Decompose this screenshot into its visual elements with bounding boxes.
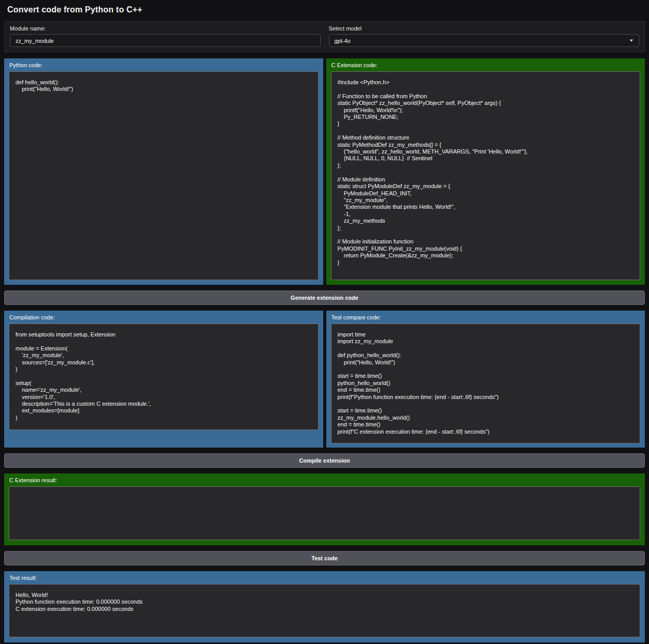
compile-test-row: Compilation code: from setuptools import… xyxy=(4,311,645,448)
model-select-value: gpt-4o xyxy=(335,38,351,44)
test-compare-code-panel: Test compare code: import time import zz… xyxy=(326,311,645,448)
c-extension-code-textarea[interactable]: #include <Python.h> // Function to be ca… xyxy=(331,71,641,280)
c-extension-result-label: C Extension result: xyxy=(9,477,640,483)
code-row: Python code: def hello_world(): print("H… xyxy=(4,58,645,285)
test-code-button[interactable]: Test code xyxy=(4,551,645,565)
module-name-label: Module name: xyxy=(10,25,321,32)
python-code-label: Python code: xyxy=(9,62,319,68)
config-row: Module name: Select model gpt-4o ▼ xyxy=(4,21,645,52)
c-extension-result-panel: C Extension result: xyxy=(4,473,645,545)
generate-extension-code-button[interactable]: Generate extension code xyxy=(4,290,645,305)
compile-extension-button[interactable]: Compile extension xyxy=(4,453,645,468)
test-result-label: Test result: xyxy=(9,575,640,581)
c-extension-code-panel: C Extension code: #include <Python.h> //… xyxy=(326,58,645,285)
test-result-textarea[interactable]: Hello, World! Python function execution … xyxy=(9,584,640,637)
chevron-down-icon: ▼ xyxy=(629,38,634,43)
app-root: Convert code from Python to C++ Module n… xyxy=(0,0,649,644)
model-select-label: Select model xyxy=(329,25,640,32)
compilation-code-textarea[interactable]: from setuptools import setup, Extension … xyxy=(9,324,319,430)
compilation-code-panel: Compilation code: from setuptools import… xyxy=(4,311,323,448)
c-extension-code-label: C Extension code: xyxy=(331,62,641,68)
python-code-panel: Python code: def hello_world(): print("H… xyxy=(4,58,323,285)
page-title: Convert code from Python to C++ xyxy=(7,5,642,14)
model-select-dropdown[interactable]: gpt-4o ▼ xyxy=(329,34,640,47)
c-extension-result-textarea[interactable] xyxy=(9,486,640,540)
test-result-panel: Test result: Hello, World! Python functi… xyxy=(4,571,645,642)
module-name-group: Module name: xyxy=(10,24,321,47)
test-compare-code-textarea[interactable]: import time import zz_my_module def pyth… xyxy=(331,324,641,443)
module-name-input[interactable] xyxy=(10,34,321,47)
model-select-group: Select model gpt-4o ▼ xyxy=(329,24,640,47)
test-compare-code-label: Test compare code: xyxy=(331,314,641,320)
compilation-code-label: Compilation code: xyxy=(9,314,319,320)
python-code-textarea[interactable]: def hello_world(): print("Hello, World!"… xyxy=(9,71,319,280)
